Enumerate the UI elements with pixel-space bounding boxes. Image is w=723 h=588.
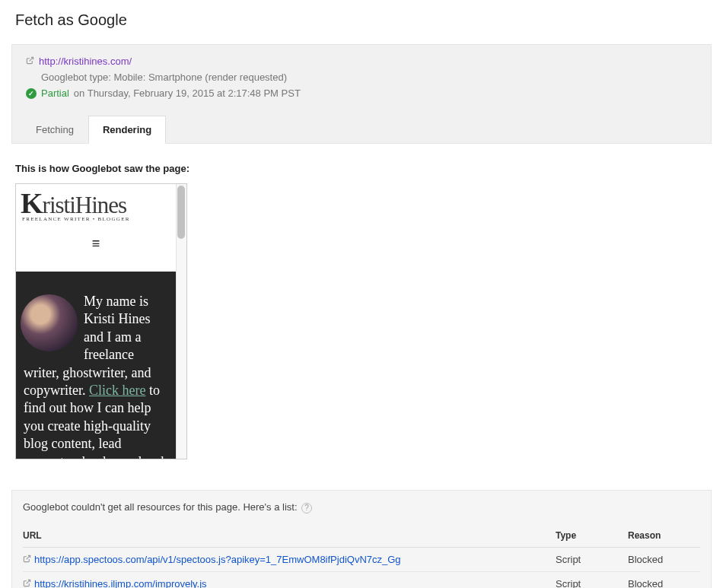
resource-url-link[interactable]: https://app.spectoos.com/api/v1/spectoos…: [34, 554, 401, 565]
scrollbar-thumb[interactable]: [177, 186, 185, 239]
external-link-icon: [26, 56, 34, 66]
tab-rendering[interactable]: Rendering: [88, 116, 166, 144]
avatar: [21, 294, 78, 351]
page-title: Fetch as Google: [0, 0, 723, 44]
external-link-icon: [23, 555, 31, 564]
fetch-url-row: http://kristihines.com/: [26, 56, 697, 67]
fetch-status-row: ✓ Partial on Thursday, February 19, 2015…: [26, 87, 697, 99]
hamburger-icon: ≡: [16, 227, 176, 265]
col-reason-header[interactable]: Reason: [628, 524, 700, 548]
help-icon[interactable]: ?: [301, 503, 312, 513]
section-heading: This is how Googlebot saw the page:: [15, 163, 708, 174]
resources-heading: Googlebot couldn't get all resources for…: [23, 501, 700, 513]
col-type-header[interactable]: Type: [556, 524, 628, 548]
content-area: This is how Googlebot saw the page: Kris…: [0, 144, 723, 478]
status-date: on Thursday, February 19, 2015 at 2:17:4…: [74, 87, 301, 99]
render-inner: KristiHines FREELANCE WRITER • BLOGGER ≡…: [16, 184, 176, 459]
reason-cell: Blocked: [628, 547, 700, 571]
site-logo: KristiHines FREELANCE WRITER • BLOGGER: [16, 184, 176, 227]
fetch-url-link[interactable]: http://kristihines.com/: [39, 56, 132, 67]
hero-section: My name is Kristi Hines and I am a freel…: [16, 272, 176, 459]
googlebot-info: Googlebot type: Mobile: Smartphone (rend…: [41, 72, 697, 83]
fetch-panel: http://kristihines.com/ Googlebot type: …: [11, 44, 712, 144]
url-cell: https://kristihines.iljmp.com/improvely.…: [23, 571, 556, 588]
svg-line-1: [27, 555, 30, 559]
resources-table: URL Type Reason https://app.spectoos.com…: [23, 524, 700, 589]
status-label: Partial: [41, 87, 69, 99]
reason-cell: Blocked: [628, 571, 700, 588]
scrollbar-track[interactable]: [176, 184, 186, 459]
render-preview: KristiHines FREELANCE WRITER • BLOGGER ≡…: [15, 183, 187, 459]
fetch-header: http://kristihines.com/ Googlebot type: …: [12, 45, 711, 108]
hero-link: Click here: [89, 383, 145, 398]
svg-line-2: [27, 580, 30, 583]
resource-url-link[interactable]: https://kristihines.iljmp.com/improvely.…: [34, 578, 207, 589]
svg-line-0: [30, 57, 33, 61]
url-cell: https://app.spectoos.com/api/v1/spectoos…: [23, 547, 556, 571]
external-link-icon: [23, 580, 31, 589]
resources-panel: Googlebot couldn't get all resources for…: [11, 490, 712, 588]
type-cell: Script: [556, 571, 628, 588]
type-cell: Script: [556, 547, 628, 571]
tab-fetching[interactable]: Fetching: [21, 116, 88, 144]
logo-subtitle: FREELANCE WRITER • BLOGGER: [22, 216, 171, 222]
table-row: https://app.spectoos.com/api/v1/spectoos…: [23, 547, 700, 571]
logo-main: KristiHines: [21, 189, 171, 218]
check-icon: ✓: [26, 88, 37, 99]
table-row: https://kristihines.iljmp.com/improvely.…: [23, 571, 700, 588]
col-url-header[interactable]: URL: [23, 524, 556, 548]
tabs: Fetching Rendering: [12, 116, 711, 143]
